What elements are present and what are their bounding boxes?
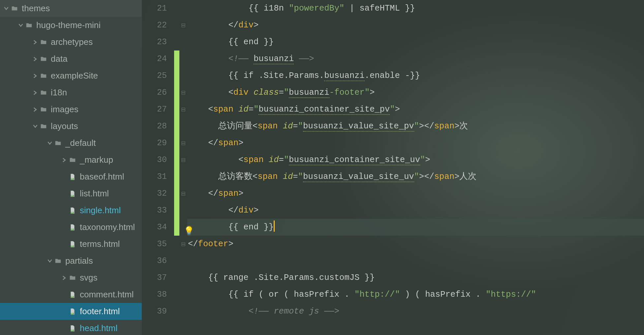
lightbulb-icon[interactable]: 💡: [184, 223, 194, 240]
chevron-down-icon[interactable]: [18, 23, 24, 28]
code-line[interactable]: </div>: [187, 202, 644, 219]
code-line[interactable]: 💡 {{ end }}: [187, 219, 644, 236]
tree-item-data[interactable]: data: [0, 50, 142, 67]
chevron-down-icon[interactable]: [47, 141, 53, 146]
code-line[interactable]: {{ end }}: [187, 34, 644, 50]
line-number: 22: [142, 17, 167, 34]
code-line[interactable]: 总访客数<span id="busuanzi_value_site_uv"></…: [187, 168, 644, 185]
chevron-right-icon[interactable]: [32, 107, 38, 112]
code-token: ": [420, 155, 425, 165]
code-token: >: [228, 239, 233, 249]
fold-marker[interactable]: [179, 17, 187, 34]
code-line[interactable]: {{ if .Site.Params.busuanzi.enable -}}: [187, 67, 644, 84]
svg-text:H: H: [71, 295, 73, 298]
tree-item-partials[interactable]: partials: [0, 252, 142, 269]
tree-item-examplesite[interactable]: exampleSite: [0, 67, 142, 84]
tree-item-list-html[interactable]: Hlist.html: [0, 185, 142, 202]
code-line[interactable]: {{ if ( or ( hasPrefix . "http://" ) ( h…: [187, 286, 644, 303]
code-line[interactable]: </footer>: [187, 236, 644, 252]
line-number: 30: [142, 151, 167, 168]
tree-item-label: single.html: [80, 205, 121, 216]
line-number: 39: [142, 303, 167, 320]
vcs-change-strip: [174, 0, 179, 335]
tree-item-svgs[interactable]: svgs: [0, 269, 142, 286]
code-token: "https://": [486, 290, 536, 299]
tree-item-hugo-theme-mini[interactable]: hugo-theme-mini: [0, 17, 142, 34]
code-line[interactable]: 总访问量<span id="busuanzi_value_site_pv"></…: [187, 118, 644, 135]
tree-item-_markup[interactable]: _markup: [0, 151, 142, 168]
tree-item-baseof-html[interactable]: Hbaseof.html: [0, 168, 142, 185]
tree-item-label: list.html: [80, 188, 109, 199]
code-line[interactable]: <!—— busuanzi ——>: [187, 50, 644, 67]
svg-text:H: H: [71, 228, 73, 230]
fold-marker[interactable]: [179, 101, 187, 118]
fold-marker: [179, 67, 187, 84]
code-line[interactable]: {{ i18n "poweredBy" | safeHTML }}: [187, 0, 644, 17]
chevron-right-icon[interactable]: [61, 276, 67, 280]
chevron-down-icon[interactable]: [3, 6, 9, 11]
chevron-down-icon[interactable]: [47, 259, 53, 263]
code-line[interactable]: <!—— remote js ——>: [187, 303, 644, 320]
fold-marker[interactable]: [179, 151, 187, 168]
tree-item-comment-html[interactable]: Hcomment.html: [0, 286, 142, 303]
fold-marker: [179, 34, 187, 50]
project-sidebar[interactable]: themeshugo-theme-miniarchetypesdataexamp…: [0, 0, 142, 335]
code-token: >人次: [454, 172, 476, 182]
chevron-right-icon[interactable]: [32, 57, 38, 61]
tree-item-i18n[interactable]: i18n: [0, 84, 142, 101]
code-token: </: [188, 239, 198, 249]
tree-item-_default[interactable]: _default: [0, 135, 142, 151]
tree-item-footer-html[interactable]: Hfooter.html: [0, 303, 142, 320]
chevron-right-icon[interactable]: [61, 158, 67, 162]
code-token: busuanzi_value_site_pv: [303, 121, 414, 132]
tree-item-archetypes[interactable]: archetypes: [0, 34, 142, 50]
tree-item-label: exampleSite: [51, 71, 98, 81]
code-line[interactable]: </span>: [187, 135, 644, 151]
tree-item-single-html[interactable]: Hsingle.html: [0, 202, 142, 219]
code-token: ": [414, 172, 419, 182]
code-token: =: [249, 105, 254, 114]
tree-item-taxonomy-html[interactable]: Htaxonomy.html: [0, 219, 142, 236]
tree-item-head-html[interactable]: Hhead.html: [0, 320, 142, 335]
chevron-right-icon[interactable]: [32, 90, 38, 95]
chevron-right-icon[interactable]: [32, 74, 38, 78]
code-token: ": [298, 121, 303, 131]
change-marker: [174, 202, 179, 219]
code-line[interactable]: </div>: [187, 17, 644, 34]
code-line[interactable]: {{ range .Site.Params.customJS }}: [187, 269, 644, 286]
folder-icon: [40, 72, 47, 80]
chevron-right-icon[interactable]: [32, 40, 38, 45]
code-token: 总访客数<: [188, 172, 258, 182]
change-marker: [174, 151, 179, 168]
tree-item-layouts[interactable]: layouts: [0, 118, 142, 135]
code-area[interactable]: {{ i18n "poweredBy" | safeHTML }} </div>…: [187, 0, 644, 335]
fold-marker[interactable]: [179, 84, 187, 101]
code-line[interactable]: </span>: [187, 185, 644, 202]
code-token: =: [293, 121, 298, 131]
code-token: id: [283, 172, 293, 182]
code-token: >: [395, 105, 400, 114]
code-token: >: [238, 189, 243, 198]
fold-marker[interactable]: [179, 135, 187, 151]
change-marker: [174, 0, 179, 17]
code-token: <!—— remote js ——>: [188, 307, 339, 316]
code-token: [278, 172, 283, 182]
tree-item-themes[interactable]: themes: [0, 0, 142, 17]
code-token: =: [279, 88, 284, 97]
code-line[interactable]: <div class="busuanzi-footer">: [187, 84, 644, 101]
tree-item-images[interactable]: images: [0, 101, 142, 118]
fold-marker[interactable]: [179, 185, 187, 202]
code-token: id: [238, 105, 249, 114]
code-editor[interactable]: 21222324252627282930313233343536373839 {…: [142, 0, 644, 335]
code-token: <!——: [188, 54, 254, 64]
line-number: 34: [142, 219, 167, 236]
chevron-down-icon[interactable]: [32, 124, 38, 129]
code-line[interactable]: <span id="busuanzi_container_site_pv">: [187, 101, 644, 118]
code-line[interactable]: <span id="busuanzi_container_site_uv">: [187, 151, 644, 168]
tree-item-label: _default: [65, 138, 96, 148]
code-token: =: [293, 172, 298, 182]
tree-item-label: footer.html: [80, 306, 120, 317]
code-line[interactable]: [187, 252, 644, 269]
code-token: "http://": [354, 290, 400, 299]
tree-item-terms-html[interactable]: Hterms.html: [0, 236, 142, 252]
